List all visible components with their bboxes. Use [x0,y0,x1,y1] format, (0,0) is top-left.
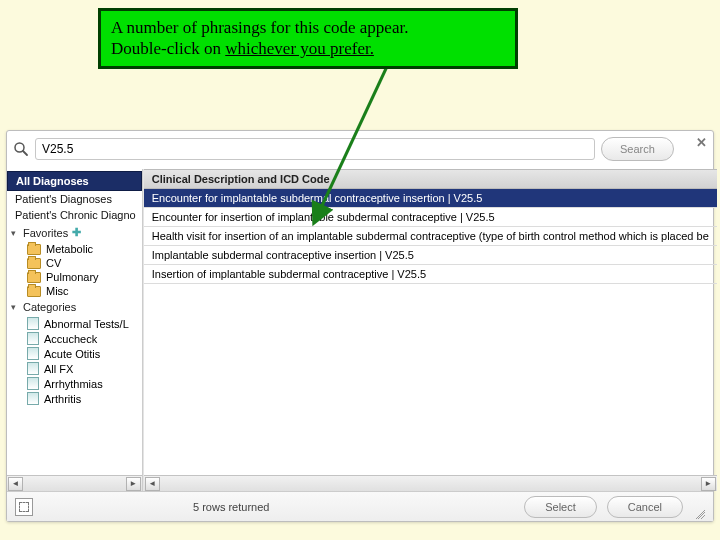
result-row[interactable]: Health visit for insertion of an implant… [144,227,717,246]
results-column-header[interactable]: Clinical Description and ICD Code [144,169,717,189]
category-label: Arrhythmias [44,378,103,390]
category-label: Abnormal Tests/L [44,318,129,330]
preview-toggle[interactable] [15,498,33,516]
file-icon [27,347,39,360]
category-arthritis[interactable]: Arthritis [7,391,142,406]
scroll-right-icon[interactable]: ► [701,477,716,491]
content-area: All Diagnoses Patient's Diagnoses Patien… [7,169,713,491]
categories-label: Categories [23,301,76,313]
sidebar-patients-diagnoses[interactable]: Patient's Diagnoses [7,191,142,207]
favorite-pulmonary[interactable]: Pulmonary [7,270,142,284]
result-row[interactable]: Insertion of implantable subdermal contr… [144,265,717,284]
favorite-cv[interactable]: CV [7,256,142,270]
sidebar-all-diagnoses[interactable]: All Diagnoses [7,171,142,191]
results-scrollbar[interactable]: ◄ ► [144,475,717,491]
diagnosis-search-window: ✕ Search All Diagnoses Patient's Diagnos… [6,130,714,522]
svg-line-2 [23,151,27,155]
callout-line1: A number of phrasings for this code appe… [111,18,408,37]
favorite-label: Metabolic [46,243,93,255]
search-icon [13,141,29,157]
footer-bar: 5 rows returned Select Cancel [7,491,713,521]
callout-line2a: Double-click on [111,39,225,58]
category-arrhythmias[interactable]: Arrhythmias [7,376,142,391]
category-accucheck[interactable]: Accucheck [7,331,142,346]
folder-icon [27,272,41,283]
folder-icon [27,258,41,269]
file-icon [27,317,39,330]
results-list: Encounter for implantable subdermal cont… [144,189,717,475]
category-all-fx[interactable]: All FX [7,361,142,376]
category-label: Accucheck [44,333,97,345]
close-icon[interactable]: ✕ [696,135,707,150]
file-icon [27,392,39,405]
favorite-label: Pulmonary [46,271,99,283]
sidebar-patients-chronic[interactable]: Patient's Chronic Diagno [7,207,142,223]
category-label: Acute Otitis [44,348,100,360]
sidebar: All Diagnoses Patient's Diagnoses Patien… [7,169,143,491]
chevron-down-icon: ▾ [11,302,19,312]
scroll-left-icon[interactable]: ◄ [145,477,160,491]
cancel-button[interactable]: Cancel [607,496,683,518]
file-icon [27,377,39,390]
favorites-header[interactable]: ▾ Favorites ✚ [7,223,142,242]
category-abnormal[interactable]: Abnormal Tests/L [7,316,142,331]
favorite-label: CV [46,257,61,269]
folder-icon [27,244,41,255]
categories-header[interactable]: ▾ Categories [7,298,142,316]
chevron-down-icon: ▾ [11,228,19,238]
favorite-metabolic[interactable]: Metabolic [7,242,142,256]
instruction-callout: A number of phrasings for this code appe… [98,8,518,69]
search-bar: Search [7,131,713,169]
scroll-left-icon[interactable]: ◄ [8,477,23,491]
favorite-label: Misc [46,285,69,297]
folder-icon [27,286,41,297]
callout-line2b: whichever you prefer. [225,39,374,58]
resize-handle-icon[interactable] [693,507,705,519]
favorites-label: Favorites [23,227,68,239]
file-icon [27,362,39,375]
scroll-right-icon[interactable]: ► [126,477,141,491]
search-button[interactable]: Search [601,137,674,161]
favorite-misc[interactable]: Misc [7,284,142,298]
results-panel: Clinical Description and ICD Code Encoun… [143,169,717,491]
result-row[interactable]: Encounter for implantable subdermal cont… [144,189,717,208]
result-row[interactable]: Implantable subdermal contraceptive inse… [144,246,717,265]
select-button[interactable]: Select [524,496,597,518]
status-text: 5 rows returned [193,501,269,513]
file-icon [27,332,39,345]
plus-icon[interactable]: ✚ [72,226,81,239]
result-row[interactable]: Encounter for insertion of implantable s… [144,208,717,227]
category-acute-otitis[interactable]: Acute Otitis [7,346,142,361]
sidebar-scrollbar[interactable]: ◄ ► [7,475,142,491]
category-label: Arthritis [44,393,81,405]
search-input[interactable] [35,138,595,160]
category-label: All FX [44,363,73,375]
